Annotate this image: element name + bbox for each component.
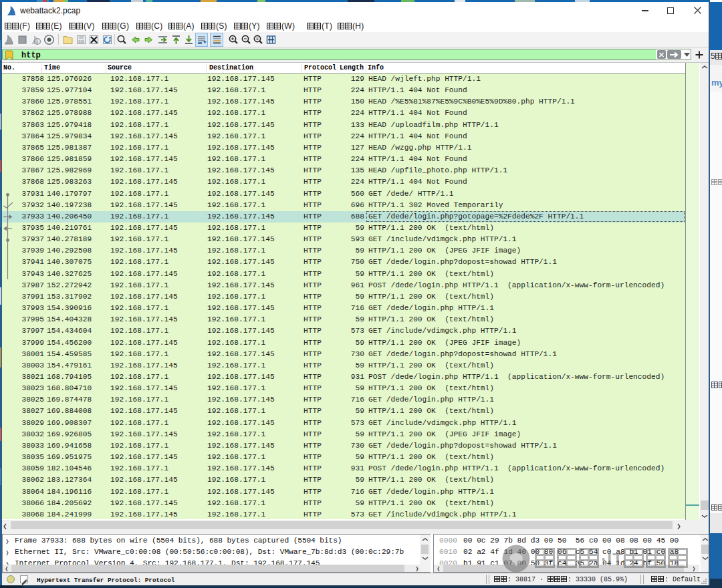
svg-text:010: 010: [78, 39, 84, 43]
